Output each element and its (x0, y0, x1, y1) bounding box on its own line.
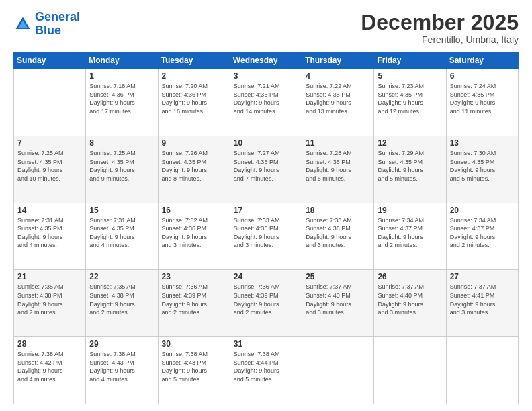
calendar-cell: 16Sunrise: 7:32 AMSunset: 4:36 PMDayligh… (158, 203, 230, 270)
calendar-cell: 22Sunrise: 7:35 AMSunset: 4:38 PMDayligh… (86, 270, 158, 337)
logo-line2: Blue (35, 24, 61, 37)
calendar-cell: 30Sunrise: 7:38 AMSunset: 4:43 PMDayligh… (158, 337, 230, 404)
day-number: 27 (450, 272, 515, 281)
main-title: December 2025 (361, 11, 519, 34)
day-number: 4 (306, 71, 370, 81)
day-info: Sunrise: 7:31 AMSunset: 4:35 PMDaylight:… (89, 216, 154, 250)
header-thursday: Thursday (302, 52, 374, 69)
day-number: 15 (89, 205, 154, 215)
calendar-cell: 29Sunrise: 7:38 AMSunset: 4:43 PMDayligh… (86, 337, 158, 404)
day-number: 12 (378, 138, 442, 148)
day-number: 22 (89, 272, 154, 281)
calendar-cell: 5Sunrise: 7:23 AMSunset: 4:35 PMDaylight… (374, 69, 446, 136)
calendar-header: Sunday Monday Tuesday Wednesday Thursday… (14, 52, 519, 69)
day-info: Sunrise: 7:26 AMSunset: 4:35 PMDaylight:… (162, 149, 226, 183)
day-number: 17 (234, 205, 298, 215)
calendar-cell: 25Sunrise: 7:37 AMSunset: 4:40 PMDayligh… (302, 270, 374, 337)
day-info: Sunrise: 7:38 AMSunset: 4:44 PMDaylight:… (234, 350, 298, 383)
calendar-cell: 27Sunrise: 7:37 AMSunset: 4:41 PMDayligh… (446, 270, 518, 337)
calendar-cell: 2Sunrise: 7:20 AMSunset: 4:36 PMDaylight… (158, 69, 230, 136)
calendar-cell: 24Sunrise: 7:36 AMSunset: 4:39 PMDayligh… (230, 270, 302, 337)
day-number: 10 (234, 138, 298, 148)
day-info: Sunrise: 7:24 AMSunset: 4:35 PMDaylight:… (450, 82, 515, 116)
day-info: Sunrise: 7:38 AMSunset: 4:42 PMDaylight:… (17, 350, 82, 383)
calendar-cell: 26Sunrise: 7:37 AMSunset: 4:40 PMDayligh… (374, 270, 446, 337)
day-number: 29 (89, 339, 154, 349)
header-monday: Monday (86, 52, 158, 69)
day-number: 16 (162, 205, 226, 215)
calendar-cell: 6Sunrise: 7:24 AMSunset: 4:35 PMDaylight… (446, 69, 518, 136)
calendar-cell: 1Sunrise: 7:18 AMSunset: 4:36 PMDaylight… (86, 69, 158, 136)
calendar-cell (374, 337, 446, 404)
calendar-cell: 8Sunrise: 7:25 AMSunset: 4:35 PMDaylight… (86, 136, 158, 203)
header-sunday: Sunday (14, 52, 86, 69)
day-number: 30 (162, 339, 226, 349)
calendar-cell: 23Sunrise: 7:36 AMSunset: 4:39 PMDayligh… (158, 270, 230, 337)
day-info: Sunrise: 7:22 AMSunset: 4:35 PMDaylight:… (306, 82, 370, 116)
calendar-cell: 7Sunrise: 7:25 AMSunset: 4:35 PMDaylight… (14, 136, 86, 203)
header-wednesday: Wednesday (230, 52, 302, 69)
day-info: Sunrise: 7:29 AMSunset: 4:35 PMDaylight:… (378, 149, 442, 183)
day-info: Sunrise: 7:33 AMSunset: 4:36 PMDaylight:… (234, 216, 298, 250)
calendar-cell: 20Sunrise: 7:34 AMSunset: 4:37 PMDayligh… (446, 203, 518, 270)
day-number: 3 (234, 71, 298, 81)
day-number: 9 (162, 138, 226, 148)
day-info: Sunrise: 7:27 AMSunset: 4:35 PMDaylight:… (234, 149, 298, 183)
logo-text: General Blue (35, 11, 80, 38)
calendar-cell: 4Sunrise: 7:22 AMSunset: 4:35 PMDaylight… (302, 69, 374, 136)
page: General Blue December 2025 Ferentillo, U… (0, 0, 532, 411)
day-number: 21 (17, 272, 82, 281)
day-number: 14 (17, 205, 82, 215)
calendar-cell: 31Sunrise: 7:38 AMSunset: 4:44 PMDayligh… (230, 337, 302, 404)
header-row: Sunday Monday Tuesday Wednesday Thursday… (14, 52, 519, 69)
day-number: 1 (89, 71, 154, 81)
header-friday: Friday (374, 52, 446, 69)
calendar-cell: 19Sunrise: 7:34 AMSunset: 4:37 PMDayligh… (374, 203, 446, 270)
day-number: 11 (306, 138, 370, 148)
day-info: Sunrise: 7:35 AMSunset: 4:38 PMDaylight:… (17, 283, 82, 316)
calendar-cell: 12Sunrise: 7:29 AMSunset: 4:35 PMDayligh… (374, 136, 446, 203)
calendar-cell: 3Sunrise: 7:21 AMSunset: 4:36 PMDaylight… (230, 69, 302, 136)
day-info: Sunrise: 7:38 AMSunset: 4:43 PMDaylight:… (89, 350, 154, 383)
day-number: 5 (378, 71, 442, 81)
day-number: 25 (306, 272, 370, 281)
day-info: Sunrise: 7:37 AMSunset: 4:40 PMDaylight:… (378, 283, 442, 316)
calendar-table: Sunday Monday Tuesday Wednesday Thursday… (13, 52, 519, 404)
calendar-week-3: 21Sunrise: 7:35 AMSunset: 4:38 PMDayligh… (14, 270, 519, 337)
day-info: Sunrise: 7:32 AMSunset: 4:36 PMDaylight:… (162, 216, 226, 250)
day-info: Sunrise: 7:20 AMSunset: 4:36 PMDaylight:… (162, 82, 226, 116)
day-number: 20 (450, 205, 515, 215)
calendar-cell: 9Sunrise: 7:26 AMSunset: 4:35 PMDaylight… (158, 136, 230, 203)
calendar-cell: 18Sunrise: 7:33 AMSunset: 4:36 PMDayligh… (302, 203, 374, 270)
day-info: Sunrise: 7:31 AMSunset: 4:35 PMDaylight:… (17, 216, 82, 250)
day-info: Sunrise: 7:34 AMSunset: 4:37 PMDaylight:… (378, 216, 442, 250)
day-number: 28 (17, 339, 82, 349)
day-info: Sunrise: 7:28 AMSunset: 4:35 PMDaylight:… (306, 149, 370, 183)
calendar-cell: 21Sunrise: 7:35 AMSunset: 4:38 PMDayligh… (14, 270, 86, 337)
subtitle: Ferentillo, Umbria, Italy (361, 34, 519, 45)
day-info: Sunrise: 7:36 AMSunset: 4:39 PMDaylight:… (234, 283, 298, 316)
day-info: Sunrise: 7:37 AMSunset: 4:40 PMDaylight:… (306, 283, 370, 316)
day-info: Sunrise: 7:23 AMSunset: 4:35 PMDaylight:… (378, 82, 442, 116)
title-block: December 2025 Ferentillo, Umbria, Italy (361, 11, 519, 45)
day-info: Sunrise: 7:36 AMSunset: 4:39 PMDaylight:… (162, 283, 226, 316)
calendar-week-1: 7Sunrise: 7:25 AMSunset: 4:35 PMDaylight… (14, 136, 519, 203)
calendar-cell (14, 69, 86, 136)
logo: General Blue (13, 11, 80, 38)
day-number: 19 (378, 205, 442, 215)
calendar-cell (446, 337, 518, 404)
day-number: 31 (234, 339, 298, 349)
day-number: 13 (450, 138, 515, 148)
day-info: Sunrise: 7:25 AMSunset: 4:35 PMDaylight:… (89, 149, 154, 183)
day-info: Sunrise: 7:35 AMSunset: 4:38 PMDaylight:… (89, 283, 154, 316)
calendar-cell: 10Sunrise: 7:27 AMSunset: 4:35 PMDayligh… (230, 136, 302, 203)
calendar-cell (302, 337, 374, 404)
calendar-cell: 14Sunrise: 7:31 AMSunset: 4:35 PMDayligh… (14, 203, 86, 270)
calendar-week-2: 14Sunrise: 7:31 AMSunset: 4:35 PMDayligh… (14, 203, 519, 270)
calendar-week-4: 28Sunrise: 7:38 AMSunset: 4:42 PMDayligh… (14, 337, 519, 404)
calendar-week-0: 1Sunrise: 7:18 AMSunset: 4:36 PMDaylight… (14, 69, 519, 136)
calendar-cell: 11Sunrise: 7:28 AMSunset: 4:35 PMDayligh… (302, 136, 374, 203)
day-info: Sunrise: 7:33 AMSunset: 4:36 PMDaylight:… (306, 216, 370, 250)
day-info: Sunrise: 7:21 AMSunset: 4:36 PMDaylight:… (234, 82, 298, 116)
day-info: Sunrise: 7:34 AMSunset: 4:37 PMDaylight:… (450, 216, 515, 250)
